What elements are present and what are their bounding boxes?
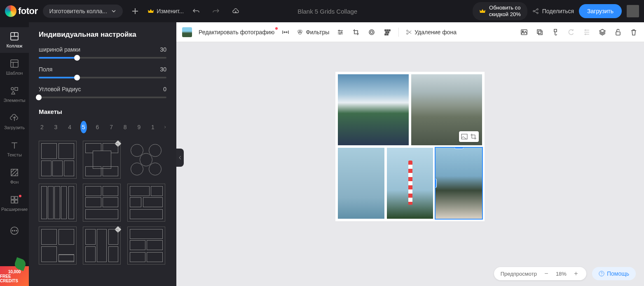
filters-button[interactable]: Фильтры bbox=[297, 29, 329, 35]
mosaic-button[interactable] bbox=[383, 28, 392, 37]
zoom-out-button[interactable]: − bbox=[543, 270, 550, 277]
svg-rect-25 bbox=[388, 32, 389, 33]
layout-tab-10[interactable]: 1 bbox=[150, 121, 156, 133]
layout-tab-9[interactable]: 9 bbox=[136, 121, 142, 133]
redo2-button[interactable] bbox=[567, 28, 576, 37]
logo[interactable]: fotor bbox=[5, 5, 38, 17]
layout-tab-7[interactable]: 7 bbox=[108, 121, 115, 133]
svg-rect-24 bbox=[386, 32, 387, 33]
resize-handle-top[interactable] bbox=[454, 148, 464, 149]
image-button[interactable] bbox=[520, 28, 529, 37]
layout-tab-8[interactable]: 8 bbox=[122, 121, 129, 133]
layout-tab-5[interactable]: 5 bbox=[80, 121, 87, 133]
border-width-slider[interactable] bbox=[39, 57, 166, 59]
svg-rect-27 bbox=[387, 34, 388, 35]
svg-point-28 bbox=[407, 30, 408, 31]
collage-canvas[interactable] bbox=[335, 72, 485, 221]
layout-tab-2[interactable]: 2 bbox=[39, 121, 45, 133]
copy-icon bbox=[536, 28, 543, 36]
circle-icon bbox=[368, 28, 375, 36]
svg-point-19 bbox=[369, 30, 374, 35]
help-button[interactable]: Помощь bbox=[592, 267, 636, 280]
layout-option-2[interactable] bbox=[83, 141, 121, 179]
nav-texts[interactable]: Тексты bbox=[0, 136, 29, 162]
document-title[interactable]: Blank 5 Grids Collage bbox=[297, 8, 357, 15]
nav-upload[interactable]: Загрузить bbox=[0, 109, 29, 135]
svg-rect-11 bbox=[15, 200, 18, 203]
add-button[interactable] bbox=[128, 4, 143, 19]
plus-icon bbox=[131, 7, 139, 15]
svg-rect-9 bbox=[15, 196, 18, 199]
align-button[interactable] bbox=[582, 28, 591, 37]
nav-extension[interactable]: Расширение bbox=[0, 191, 29, 216]
layout-tab-3[interactable]: 3 bbox=[53, 121, 59, 133]
upgrade-button[interactable]: Обновить со скидкой 20% bbox=[473, 2, 527, 20]
change-button[interactable]: Изменит... bbox=[148, 8, 184, 14]
unlock-button[interactable] bbox=[614, 28, 623, 37]
copy-button[interactable] bbox=[535, 28, 544, 37]
nav-elements[interactable]: Элементы bbox=[0, 82, 29, 107]
avatar[interactable] bbox=[627, 5, 639, 17]
layout-option-9[interactable] bbox=[127, 227, 165, 265]
layout-option-6[interactable] bbox=[127, 184, 165, 222]
panel-toggle[interactable] bbox=[176, 149, 184, 167]
chevron-right-icon[interactable] bbox=[164, 124, 166, 130]
border-width-group: шириной рамки 30 bbox=[39, 46, 166, 59]
logo-icon bbox=[5, 5, 16, 17]
bottom-bar: Предпросмотр − 18% + Помощь bbox=[494, 267, 636, 280]
preview-zoom-control: Предпросмотр − 18% + bbox=[494, 267, 586, 280]
chevron-down-icon bbox=[111, 9, 116, 14]
delete-button[interactable] bbox=[629, 28, 638, 37]
collage-cell-2[interactable] bbox=[411, 74, 482, 145]
collage-cell-1[interactable] bbox=[338, 74, 409, 145]
collage-cell-5[interactable] bbox=[436, 148, 482, 219]
layout-option-1[interactable] bbox=[39, 141, 77, 179]
margins-slider[interactable] bbox=[39, 77, 166, 78]
lock-button[interactable] bbox=[551, 28, 560, 37]
adjust-button[interactable] bbox=[336, 28, 345, 37]
layout-option-5[interactable] bbox=[83, 184, 121, 222]
collage-cell-3[interactable] bbox=[338, 148, 384, 219]
nav-more[interactable] bbox=[0, 218, 29, 243]
fit-button[interactable] bbox=[281, 28, 290, 37]
notification-dot bbox=[19, 195, 21, 197]
layout-option-3[interactable] bbox=[127, 141, 165, 179]
credits-badge[interactable]: 10,000 FREE CREDITS bbox=[0, 266, 29, 286]
crop-button[interactable] bbox=[351, 28, 361, 37]
collage-cell-4[interactable] bbox=[387, 148, 433, 219]
effects-button[interactable] bbox=[367, 28, 376, 37]
nav-template[interactable]: Шаблон bbox=[0, 54, 29, 80]
scissors-icon bbox=[405, 29, 412, 35]
more-icon bbox=[10, 226, 19, 235]
mode-selector[interactable]: Изготовитель колла... bbox=[43, 5, 123, 18]
crown-icon bbox=[148, 8, 154, 14]
logo-text: fotor bbox=[18, 6, 38, 17]
redo-button[interactable] bbox=[208, 4, 223, 19]
layout-tab-6[interactable]: 6 bbox=[94, 121, 101, 133]
layout-tab-4[interactable]: 4 bbox=[66, 121, 73, 133]
download-button[interactable]: Загрузить bbox=[579, 4, 622, 18]
nav-background[interactable]: Фон bbox=[0, 163, 29, 189]
layout-option-8[interactable] bbox=[83, 227, 121, 265]
share-button[interactable]: Поделиться bbox=[532, 8, 574, 14]
crop-cell-button[interactable] bbox=[470, 133, 477, 140]
background-icon bbox=[10, 168, 19, 177]
corner-radius-slider[interactable] bbox=[39, 97, 166, 98]
collage-icon bbox=[10, 32, 19, 41]
resize-handle-left[interactable] bbox=[436, 179, 437, 188]
share-label: Поделиться bbox=[542, 8, 574, 14]
photo-thumbnail[interactable] bbox=[182, 27, 192, 37]
edit-photo-button[interactable]: Редактировать фотографию bbox=[199, 29, 274, 35]
swap-image-button[interactable] bbox=[461, 133, 468, 140]
remove-bg-button[interactable]: Удаление фона bbox=[405, 29, 457, 35]
cloud-button[interactable] bbox=[228, 4, 243, 19]
zoom-in-button[interactable]: + bbox=[572, 270, 580, 277]
undo-icon bbox=[192, 7, 200, 15]
svg-point-29 bbox=[407, 33, 408, 34]
layers-button[interactable] bbox=[598, 28, 607, 37]
preview-label[interactable]: Предпросмотр bbox=[501, 271, 537, 277]
undo-button[interactable] bbox=[189, 4, 204, 19]
nav-collage[interactable]: Коллаж bbox=[0, 27, 29, 53]
layout-option-7[interactable] bbox=[39, 227, 77, 265]
layout-option-4[interactable] bbox=[39, 184, 77, 222]
